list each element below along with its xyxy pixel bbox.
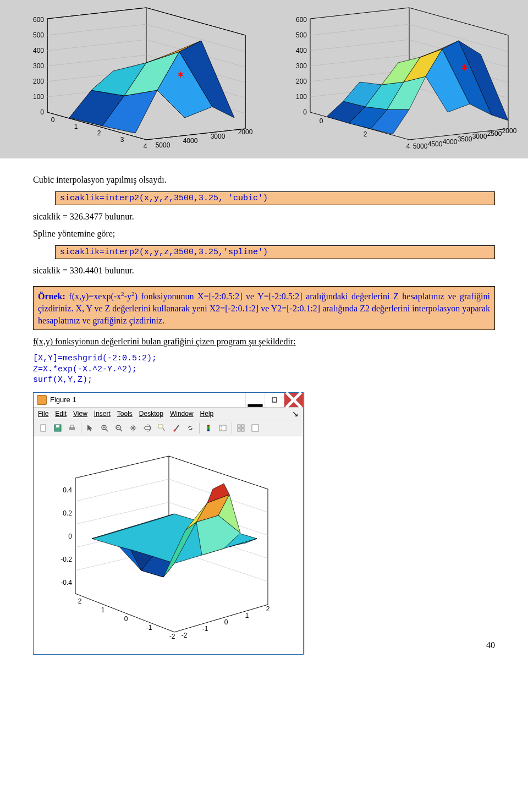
ztick: 300 <box>33 62 44 70</box>
ztick: -0.4 <box>61 579 72 586</box>
xtick: 1 <box>245 612 249 619</box>
chart-left: 0 100 200 300 400 500 600 0 1 2 3 4 <box>2 2 263 158</box>
svg-line-76 <box>175 425 179 430</box>
xtick: 0 <box>320 117 323 125</box>
ztick: 400 <box>33 47 44 54</box>
ztick: 0 <box>68 533 72 540</box>
chart-right: 0 100 200 300 400 500 600 0 2 4 5000 450… <box>265 2 526 158</box>
minimize-button[interactable] <box>245 393 265 407</box>
zoom-out-icon[interactable] <box>113 423 124 434</box>
menu-file[interactable]: File <box>38 410 48 418</box>
svg-point-73 <box>144 426 151 430</box>
ytick: 4000 <box>183 137 198 145</box>
ztick: 500 <box>296 31 307 39</box>
code-line: Z=X.*exp(-X.^2-Y.^2); <box>33 364 495 375</box>
pointer-icon[interactable] <box>85 423 96 434</box>
window-title: Figure 1 <box>50 396 76 404</box>
svg-line-71 <box>120 429 122 431</box>
example-text: f(x,y)=xexp(-x <box>65 292 121 301</box>
ztick: 0 <box>40 108 44 116</box>
xtick: 2 <box>97 129 101 137</box>
ztick: 0 <box>303 108 307 116</box>
ytick: 4500 <box>428 140 443 148</box>
toolbar <box>34 420 303 436</box>
menu-insert[interactable]: Insert <box>94 410 111 418</box>
menu-window[interactable]: Window <box>170 410 194 418</box>
ztick: 400 <box>296 47 307 54</box>
example-label: Örnek: <box>38 292 65 301</box>
marker-star-icon: ✶ <box>460 62 469 73</box>
svg-line-75 <box>163 428 165 431</box>
page-number: 40 <box>486 640 495 650</box>
ytick: 2500 <box>487 130 502 138</box>
svg-rect-77 <box>207 425 210 431</box>
brush-icon[interactable] <box>170 423 182 434</box>
maximize-button[interactable] <box>265 393 284 407</box>
ztick: 500 <box>33 31 44 39</box>
menu-tools[interactable]: Tools <box>117 410 133 418</box>
toolbar-separator <box>199 423 200 434</box>
ztick: 100 <box>33 93 44 101</box>
window-titlebar[interactable]: Figure 1 <box>34 393 303 408</box>
xtick: 1 <box>74 123 78 130</box>
xtick: -1 <box>202 625 208 633</box>
xtick: 0 <box>51 116 55 124</box>
ytick: 2 <box>78 597 82 605</box>
svg-rect-60 <box>41 425 46 431</box>
paragraph: f(x,y) fonksyionun değerlerini bulan gra… <box>33 336 495 348</box>
paragraph: sicaklik = 330.4401 bulunur. <box>33 265 495 277</box>
toolbar-separator <box>232 423 232 434</box>
grid-icon[interactable] <box>235 423 246 434</box>
xtick: 3 <box>120 136 124 144</box>
svg-marker-65 <box>87 425 92 431</box>
code-line: sicaklik=interp2(x,y,z,3500,3.25,'spline… <box>55 245 495 259</box>
svg-rect-81 <box>238 425 240 427</box>
menu-desktop[interactable]: Desktop <box>139 410 163 418</box>
code-line: surf(X,Y,Z); <box>33 375 495 386</box>
paragraph: Cubic interpolasyon yapılmış olsaydı. <box>33 174 495 186</box>
code-line: [X,Y]=meshgrid(-2:0.5:2); <box>33 353 495 364</box>
rotate3d-icon[interactable] <box>142 423 153 434</box>
ztick: 0.2 <box>63 509 72 517</box>
new-icon[interactable] <box>38 423 49 434</box>
close-button[interactable] <box>284 393 303 407</box>
pin-icon[interactable]: ↘ <box>292 409 299 418</box>
example-text: -y <box>124 292 131 301</box>
ytick: 2000 <box>238 128 253 136</box>
zoom-in-icon[interactable] <box>99 423 110 434</box>
svg-rect-83 <box>238 429 240 431</box>
print-icon[interactable] <box>67 423 78 434</box>
ytick: 1 <box>101 606 105 614</box>
ytick: 2000 <box>502 127 517 135</box>
legend-icon[interactable] <box>217 423 228 434</box>
menu-view[interactable]: View <box>73 410 87 418</box>
menu-help[interactable]: Help <box>200 410 214 418</box>
link-icon[interactable] <box>185 423 196 434</box>
paragraph: Spline yöntemine göre; <box>33 228 495 240</box>
ztick: 300 <box>296 62 307 70</box>
toolbar-separator <box>81 423 81 434</box>
code-line: sicaklik=interp2(x,y,z,3500,3.25, 'cubic… <box>55 191 495 205</box>
ytick: 0 <box>124 615 128 623</box>
menu-edit[interactable]: Edit <box>55 410 67 418</box>
xtick: 2 <box>364 130 367 138</box>
svg-line-67 <box>106 429 108 431</box>
plot-area[interactable]: -0.4 -0.2 0 0.2 0.4 2 1 0 -1 -2 <box>34 436 303 654</box>
paragraph: sicaklik = 326.3477 bulunur. <box>33 211 495 223</box>
pan-icon[interactable] <box>128 423 139 434</box>
underline-text: f(x,y) fonksyionun değerlerini bulan gra… <box>33 337 296 346</box>
save-icon[interactable] <box>52 423 63 434</box>
ytick: 3000 <box>472 133 487 140</box>
code-block: [X,Y]=meshgrid(-2:0.5:2); Z=X.*exp(-X.^2… <box>33 353 495 386</box>
svg-rect-85 <box>252 425 258 431</box>
data-cursor-icon[interactable] <box>156 423 167 434</box>
colorbar-icon[interactable] <box>203 423 214 434</box>
top-charts-row: 0 100 200 300 400 500 600 0 1 2 3 4 <box>0 0 528 158</box>
svg-rect-82 <box>241 425 244 427</box>
ztick: 200 <box>296 78 307 85</box>
ytick: -2 <box>169 633 175 640</box>
axes-icon[interactable] <box>250 423 261 434</box>
svg-rect-84 <box>241 429 244 431</box>
ztick: 600 <box>296 16 307 24</box>
xtick: -2 <box>182 632 188 639</box>
